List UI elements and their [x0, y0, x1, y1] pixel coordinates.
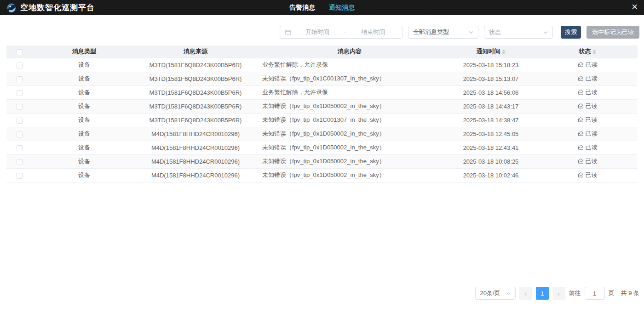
goto-label: 前往: [569, 289, 581, 297]
cell-status: 已读: [537, 168, 638, 182]
header-message-type: 消息类型: [32, 46, 136, 58]
cell-message-type: 设备: [32, 113, 136, 127]
table-row: 设备 M4D(1581F8HHD24CR0010296) 未知错误（fpv_ti…: [6, 154, 638, 168]
status-text: 已读: [586, 143, 598, 152]
table-row: 设备 M4D(1581F8HHD24CR0010296) 未知错误（fpv_ti…: [6, 127, 638, 141]
cell-message-content: 未知错误（fpv_tip_0x1C001307_in_the_sky）: [255, 72, 444, 85]
mail-open-icon: [578, 75, 584, 81]
cell-message-source: M3TD(1581F6Q8D243K00B5P6R): [136, 113, 255, 127]
top-bar: 空地数智化巡测平台 告警消息 通知消息 ×: [0, 0, 644, 15]
status-text: 已读: [586, 157, 598, 165]
brand: 空地数智化巡测平台: [6, 2, 95, 13]
row-checkbox[interactable]: [17, 131, 23, 137]
mail-open-icon: [578, 62, 584, 68]
message-type-select[interactable]: 全部消息类型: [408, 26, 478, 39]
cell-notify-time: 2025-03-18 12:45:05: [444, 127, 537, 141]
mail-open-icon: [578, 158, 584, 164]
date-range-picker[interactable]: 开始时间 - 结束时间: [280, 26, 402, 39]
cell-status: 已读: [537, 58, 638, 72]
messages-table: 消息类型 消息来源 消息内容 通知时间 状态 设备 M3TD(1581F6Q8D…: [6, 46, 638, 182]
cell-message-source: M3TD(1581F6Q8D243K00B5P6R): [136, 58, 255, 72]
table-row: 设备 M3TD(1581F6Q8D243K00B5P6R) 未知错误（fpv_t…: [6, 113, 638, 127]
start-date-input[interactable]: 开始时间: [293, 28, 341, 36]
header-notify-time[interactable]: 通知时间: [444, 46, 537, 58]
pagination: 20条/页 ‹ 1 › 前往 页 共 9 条: [475, 287, 639, 300]
cell-message-source: M3TD(1581F6Q8D243K00B5P6R): [136, 99, 255, 113]
sort-carets-icon[interactable]: [502, 48, 506, 55]
cell-message-type: 设备: [32, 154, 136, 168]
cell-status: 已读: [537, 154, 638, 168]
cell-message-source: M4D(1581F8HHD24CR0010296): [136, 127, 255, 141]
cell-status: 已读: [537, 72, 638, 85]
cell-message-content: 未知错误（fpv_tip_0x1D050002_in_the_sky）: [255, 141, 444, 154]
cell-status: 已读: [537, 141, 638, 154]
row-checkbox[interactable]: [17, 63, 23, 68]
page-number-button[interactable]: 1: [536, 287, 549, 300]
status-text: 已读: [586, 61, 598, 69]
select-all-checkbox[interactable]: [17, 49, 23, 55]
cell-notify-time: 2025-03-18 10:02:46: [444, 168, 537, 182]
cell-notify-time: 2025-03-18 14:43:17: [444, 99, 537, 113]
row-checkbox[interactable]: [17, 76, 23, 82]
cell-message-type: 设备: [32, 168, 136, 182]
status-text: 已读: [586, 171, 598, 179]
cell-message-type: 设备: [32, 58, 136, 72]
mail-open-icon: [578, 144, 584, 150]
mail-open-icon: [578, 103, 584, 109]
cell-status: 已读: [537, 113, 638, 127]
filter-toolbar: 开始时间 - 结束时间 全部消息类型 状态 搜索 选中标记为已读: [0, 26, 639, 39]
status-text: 已读: [586, 130, 598, 138]
cell-message-content: 业务繁忙解除，允许录像: [255, 58, 444, 72]
cell-message-source: M4D(1581F8HHD24CR0010296): [136, 154, 255, 168]
page-label: 页: [609, 289, 615, 297]
page-size-select[interactable]: 20条/页: [475, 287, 516, 300]
chevron-down-icon: [469, 31, 473, 34]
tab-notification-messages[interactable]: 通知消息: [329, 4, 355, 12]
cell-message-type: 设备: [32, 85, 136, 99]
page-size-value: 20条/页: [480, 289, 500, 297]
table-header-row: 消息类型 消息来源 消息内容 通知时间 状态: [6, 46, 638, 58]
row-checkbox[interactable]: [17, 173, 23, 179]
app-title: 空地数智化巡测平台: [20, 2, 95, 13]
status-text: 已读: [586, 116, 598, 124]
status-text: 已读: [586, 88, 598, 97]
message-type-value: 全部消息类型: [413, 28, 449, 36]
cell-message-source: M4D(1581F8HHD24CR0010296): [136, 141, 255, 154]
status-placeholder: 状态: [489, 28, 501, 36]
table-row: 设备 M3TD(1581F6Q8D243K00B5P6R) 业务繁忙解除，允许录…: [6, 85, 638, 99]
cell-notify-time: 2025-03-18 10:08:25: [444, 154, 537, 168]
cell-notify-time: 2025-03-18 14:38:47: [444, 113, 537, 127]
row-checkbox[interactable]: [17, 145, 23, 151]
tab-alarm-messages[interactable]: 告警消息: [289, 4, 315, 12]
table-row: 设备 M3TD(1581F6Q8D243K00B5P6R) 未知错误（fpv_t…: [6, 72, 638, 85]
status-select[interactable]: 状态: [484, 26, 553, 39]
cell-notify-time: 2025-03-18 15:13:07: [444, 72, 537, 85]
prev-page-button[interactable]: ‹: [519, 287, 532, 300]
cell-notify-time: 2025-03-18 12:43:41: [444, 141, 537, 154]
cell-message-type: 设备: [32, 72, 136, 85]
mark-read-button[interactable]: 选中标记为已读: [586, 26, 639, 39]
row-checkbox[interactable]: [17, 104, 23, 110]
cell-message-type: 设备: [32, 127, 136, 141]
cell-status: 已读: [537, 99, 638, 113]
status-text: 已读: [586, 74, 598, 83]
header-status[interactable]: 状态: [537, 46, 638, 58]
table-row: 设备 M4D(1581F8HHD24CR0010296) 未知错误（fpv_ti…: [6, 168, 638, 182]
mail-open-icon: [578, 89, 584, 95]
header-message-source: 消息来源: [136, 46, 255, 58]
row-checkbox[interactable]: [17, 118, 23, 124]
row-checkbox[interactable]: [17, 159, 23, 165]
row-checkbox[interactable]: [17, 90, 23, 96]
next-page-button[interactable]: ›: [552, 287, 565, 300]
end-date-input[interactable]: 结束时间: [349, 28, 397, 36]
cell-status: 已读: [537, 85, 638, 99]
cell-message-content: 未知错误（fpv_tip_0x1C001307_in_the_sky）: [255, 113, 444, 127]
header-message-content: 消息内容: [255, 46, 444, 58]
page-jump-input[interactable]: [585, 287, 605, 300]
search-button[interactable]: 搜索: [561, 26, 581, 39]
cell-status: 已读: [537, 127, 638, 141]
cell-message-source: M4D(1581F8HHD24CR0010296): [136, 168, 255, 182]
table-row: 设备 M3TD(1581F6Q8D243K00B5P6R) 业务繁忙解除，允许录…: [6, 58, 638, 72]
sort-carets-icon[interactable]: [592, 48, 596, 55]
close-icon[interactable]: ×: [632, 2, 638, 12]
